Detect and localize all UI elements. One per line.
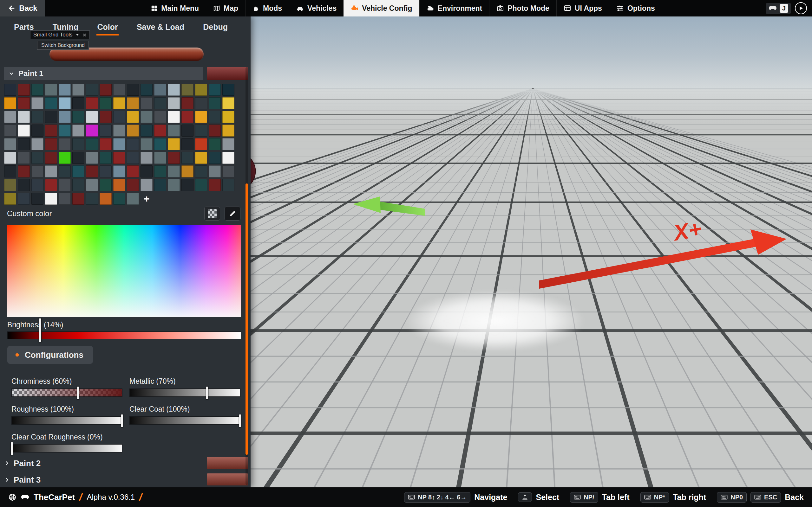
color-swatch[interactable]	[72, 152, 84, 164]
switch-background-button[interactable]: Switch Background	[37, 41, 89, 50]
color-swatch[interactable]	[182, 179, 194, 191]
slider-track[interactable]	[11, 389, 122, 397]
edit-color-button[interactable]	[224, 207, 241, 221]
color-swatch[interactable]	[154, 179, 166, 191]
color-swatch[interactable]	[18, 83, 30, 96]
color-swatch[interactable]	[45, 193, 57, 205]
color-swatch[interactable]	[86, 138, 98, 150]
color-swatch[interactable]	[222, 97, 235, 109]
color-swatch[interactable]	[222, 111, 235, 123]
color-swatch[interactable]	[18, 179, 30, 191]
color-swatch[interactable]	[182, 97, 194, 109]
color-swatch[interactable]	[86, 165, 98, 177]
globe-icon[interactable]	[8, 493, 16, 501]
slider-handle[interactable]	[206, 386, 208, 400]
tab-save-load[interactable]: Save & Load	[136, 20, 185, 36]
color-swatch[interactable]	[100, 124, 112, 136]
panel-scrollbar-thumb[interactable]	[246, 183, 248, 455]
color-swatch[interactable]	[4, 138, 16, 150]
color-swatch[interactable]	[45, 165, 57, 177]
color-swatch[interactable]	[195, 124, 207, 136]
color-swatch[interactable]	[127, 165, 139, 177]
color-swatch[interactable]	[100, 179, 112, 191]
color-swatch[interactable]	[72, 111, 84, 123]
color-swatch[interactable]	[182, 111, 194, 123]
color-swatch[interactable]	[141, 111, 153, 123]
add-color-button[interactable]: +	[141, 193, 153, 205]
color-swatch[interactable]	[168, 111, 180, 123]
color-swatch[interactable]	[113, 124, 125, 136]
caret-down-icon[interactable]	[75, 33, 79, 37]
brightness-handle[interactable]	[39, 318, 42, 342]
color-swatch[interactable]	[141, 165, 153, 177]
slider-track[interactable]	[130, 416, 241, 425]
top-menu-mods[interactable]: Mods	[245, 0, 289, 16]
color-swatch[interactable]	[154, 152, 166, 164]
paint3-current-color[interactable]	[207, 473, 248, 486]
color-swatch[interactable]	[113, 83, 125, 96]
play-button[interactable]	[795, 2, 807, 14]
color-swatch[interactable]	[32, 193, 44, 205]
slider-track[interactable]	[11, 444, 122, 452]
color-swatch[interactable]	[127, 111, 139, 123]
color-swatch[interactable]	[113, 138, 125, 150]
color-swatch[interactable]	[45, 138, 57, 150]
color-swatch[interactable]	[127, 138, 139, 150]
color-swatch[interactable]	[100, 97, 112, 109]
color-swatch[interactable]	[209, 165, 221, 177]
color-swatch[interactable]	[195, 97, 207, 109]
slider-handle[interactable]	[121, 414, 123, 428]
color-swatch[interactable]	[100, 138, 112, 150]
color-swatch[interactable]	[127, 193, 139, 205]
color-swatch[interactable]	[141, 83, 153, 96]
color-swatch[interactable]	[18, 165, 30, 177]
color-swatch[interactable]	[45, 111, 57, 123]
color-swatch[interactable]	[127, 179, 139, 191]
color-swatch[interactable]	[45, 124, 57, 136]
color-swatch[interactable]	[141, 124, 153, 136]
top-menu-vehicles[interactable]: Vehicles	[289, 0, 344, 16]
color-swatch[interactable]	[32, 83, 44, 96]
color-swatch[interactable]	[45, 179, 57, 191]
color-swatch[interactable]	[222, 152, 235, 164]
color-swatch[interactable]	[154, 83, 166, 96]
color-swatch[interactable]	[45, 83, 57, 96]
brightness-slider[interactable]	[7, 331, 241, 339]
color-swatch[interactable]	[113, 97, 125, 109]
color-swatch[interactable]	[4, 111, 16, 123]
color-swatch[interactable]	[32, 138, 44, 150]
color-swatch[interactable]	[59, 97, 71, 109]
color-swatch[interactable]	[168, 138, 180, 150]
color-swatch[interactable]	[141, 97, 153, 109]
slider-handle[interactable]	[10, 442, 13, 455]
color-swatch[interactable]	[100, 111, 112, 123]
color-swatch[interactable]	[86, 124, 98, 136]
color-swatch[interactable]	[45, 97, 57, 109]
color-swatch[interactable]	[222, 165, 235, 177]
top-menu-photo-mode[interactable]: Photo Mode	[489, 0, 556, 16]
slider-track[interactable]	[130, 389, 241, 397]
color-swatch[interactable]	[195, 83, 207, 96]
color-swatch[interactable]	[18, 152, 30, 164]
color-swatch[interactable]	[18, 193, 30, 205]
color-swatch[interactable]	[141, 152, 153, 164]
color-swatch[interactable]	[18, 138, 30, 150]
slider-handle[interactable]	[77, 386, 79, 400]
color-swatch[interactable]	[72, 83, 84, 96]
color-swatch[interactable]	[195, 152, 207, 164]
color-swatch[interactable]	[113, 165, 125, 177]
color-swatch[interactable]	[4, 152, 16, 164]
color-swatch[interactable]	[168, 179, 180, 191]
close-icon[interactable]	[83, 33, 87, 37]
color-swatch[interactable]	[209, 179, 221, 191]
color-swatch[interactable]	[154, 138, 166, 150]
color-swatch[interactable]	[209, 152, 221, 164]
color-swatch[interactable]	[72, 165, 84, 177]
color-swatch[interactable]	[59, 193, 71, 205]
configurations-button[interactable]: Configurations	[7, 346, 93, 364]
color-swatch[interactable]	[141, 179, 153, 191]
color-swatch[interactable]	[168, 83, 180, 96]
color-swatch[interactable]	[154, 165, 166, 177]
color-swatch[interactable]	[4, 165, 16, 177]
color-swatch[interactable]	[100, 165, 112, 177]
